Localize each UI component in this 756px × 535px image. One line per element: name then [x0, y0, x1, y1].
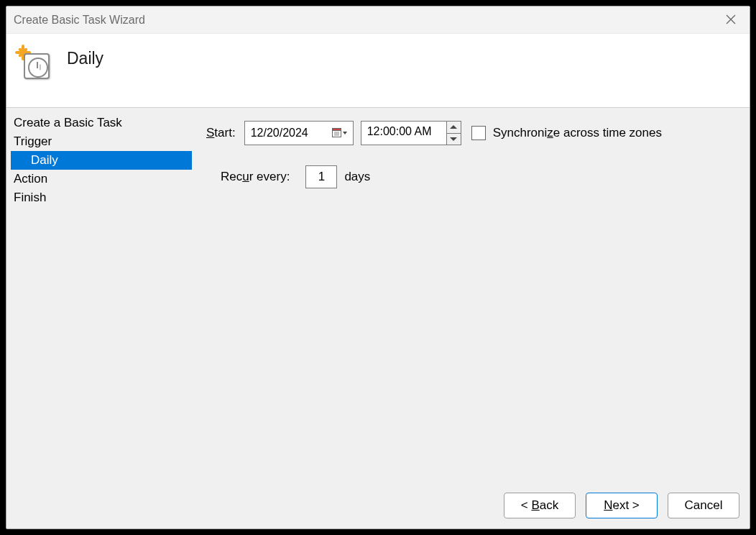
start-date-picker[interactable]: 12/20/2024	[244, 121, 354, 145]
wizard-sidebar: Create a Basic Task Trigger Daily Action…	[6, 108, 193, 483]
wizard-window: Create Basic Task Wizard Daily Create a …	[6, 6, 750, 529]
svg-rect-1	[332, 129, 341, 131]
sidebar-item-label: Trigger	[14, 134, 52, 148]
sidebar-item-action[interactable]: Action	[6, 170, 193, 188]
sidebar-item-label: Create a Basic Task	[14, 116, 122, 129]
window-title: Create Basic Task Wizard	[14, 14, 145, 27]
recur-label: Recur every:	[221, 170, 290, 184]
sidebar-item-create-basic-task[interactable]: Create a Basic Task	[6, 114, 193, 132]
sidebar-item-label: Finish	[14, 191, 46, 204]
start-time-spinner[interactable]: 12:00:00 AM	[361, 121, 461, 145]
chevron-up-icon	[450, 125, 457, 129]
sidebar-item-label: Action	[14, 172, 47, 186]
wizard-body: Create a Basic Task Trigger Daily Action…	[6, 108, 750, 483]
close-icon	[726, 14, 736, 24]
wizard-header-icon	[15, 45, 50, 79]
titlebar: Create Basic Task Wizard	[6, 6, 750, 34]
start-label: Start:	[206, 126, 236, 140]
sidebar-item-label: Daily	[31, 153, 58, 167]
start-row: Start: 12/20/2024	[206, 121, 741, 145]
svg-marker-5	[343, 132, 347, 134]
wizard-content: Start: 12/20/2024	[193, 108, 750, 483]
clock-icon	[24, 53, 50, 79]
recur-row: Recur every: days	[221, 165, 741, 188]
calendar-dropdown-icon	[332, 127, 348, 140]
chevron-down-icon	[450, 137, 457, 141]
window-close-button[interactable]	[719, 9, 742, 32]
wizard-footer: < Back Next > Cancel	[6, 483, 750, 529]
time-spin-up-button[interactable]	[447, 122, 461, 134]
cancel-button[interactable]: Cancel	[668, 493, 739, 518]
sidebar-item-trigger[interactable]: Trigger	[6, 132, 193, 151]
sync-timezones-checkbox[interactable]	[471, 126, 486, 140]
sidebar-item-daily[interactable]: Daily	[11, 151, 192, 170]
time-spin-down-button[interactable]	[447, 134, 461, 145]
date-picker-dropdown-button[interactable]	[330, 124, 350, 142]
back-button[interactable]: < Back	[504, 493, 576, 518]
time-spinner-buttons	[446, 122, 461, 145]
sidebar-item-finish[interactable]: Finish	[6, 188, 193, 207]
recur-days-input[interactable]	[305, 165, 337, 188]
wizard-step-title: Daily	[67, 49, 103, 68]
start-date-value: 12/20/2024	[251, 127, 330, 140]
start-time-value: 12:00:00 AM	[361, 122, 446, 145]
sync-timezones-label: Synchronize across time zones	[493, 126, 662, 140]
recur-unit-label: days	[344, 170, 370, 184]
wizard-header: Daily	[6, 34, 750, 108]
next-button[interactable]: Next >	[586, 493, 658, 518]
